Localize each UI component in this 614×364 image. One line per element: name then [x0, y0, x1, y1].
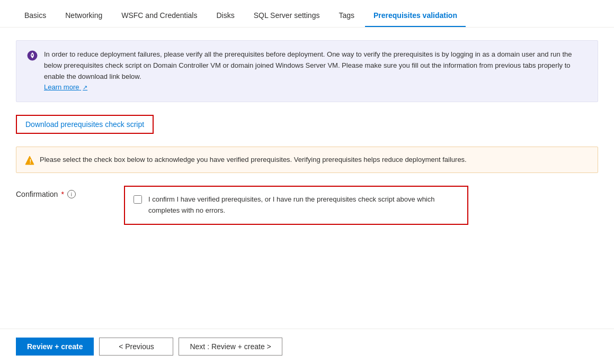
tab-basics[interactable]: Basics: [16, 4, 55, 27]
info-box: In order to reduce deployment failures, …: [16, 40, 598, 102]
svg-text:!: !: [30, 158, 32, 165]
required-indicator: *: [61, 190, 64, 198]
next-button[interactable]: Next : Review + create >: [179, 338, 282, 356]
review-create-button[interactable]: Review + create: [16, 338, 94, 356]
tab-prerequisites[interactable]: Prerequisites validation: [365, 4, 466, 27]
tab-disks[interactable]: Disks: [208, 4, 243, 27]
tab-networking[interactable]: Networking: [57, 4, 111, 27]
tab-wsfc[interactable]: WSFC and Credentials: [113, 4, 206, 27]
learn-more-link[interactable]: Learn more ↗: [44, 83, 87, 91]
warning-icon: !: [25, 156, 34, 165]
tab-tags[interactable]: Tags: [330, 4, 363, 27]
info-box-text: In order to reduce deployment failures, …: [44, 49, 587, 93]
info-rocket-icon: [27, 50, 38, 61]
confirmation-label: Confirmation * i: [16, 186, 111, 198]
warning-box: ! Please select the check box below to a…: [16, 147, 598, 173]
download-script-button[interactable]: Download prerequisites check script: [16, 115, 154, 134]
confirmation-checkbox[interactable]: [134, 195, 142, 204]
confirmation-info-icon[interactable]: i: [67, 190, 76, 198]
confirmation-text: I confirm I have verified prerequisites,…: [148, 194, 459, 216]
tab-sql[interactable]: SQL Server settings: [245, 4, 328, 27]
confirmation-content: I confirm I have verified prerequisites,…: [124, 186, 468, 225]
svg-point-1: [32, 54, 33, 56]
nav-tabs: Basics Networking WSFC and Credentials D…: [0, 0, 614, 28]
main-content: In order to reduce deployment failures, …: [0, 28, 614, 250]
confirmation-row: Confirmation * i I confirm I have verifi…: [16, 186, 598, 225]
previous-button[interactable]: < Previous: [99, 338, 173, 356]
confirmation-checkbox-wrapper: [134, 195, 142, 205]
info-body-text: In order to reduce deployment failures, …: [44, 50, 572, 80]
external-link-icon: ↗: [83, 84, 87, 90]
footer: Review + create < Previous Next : Review…: [0, 329, 614, 364]
warning-text: Please select the check box below to ack…: [40, 154, 467, 165]
